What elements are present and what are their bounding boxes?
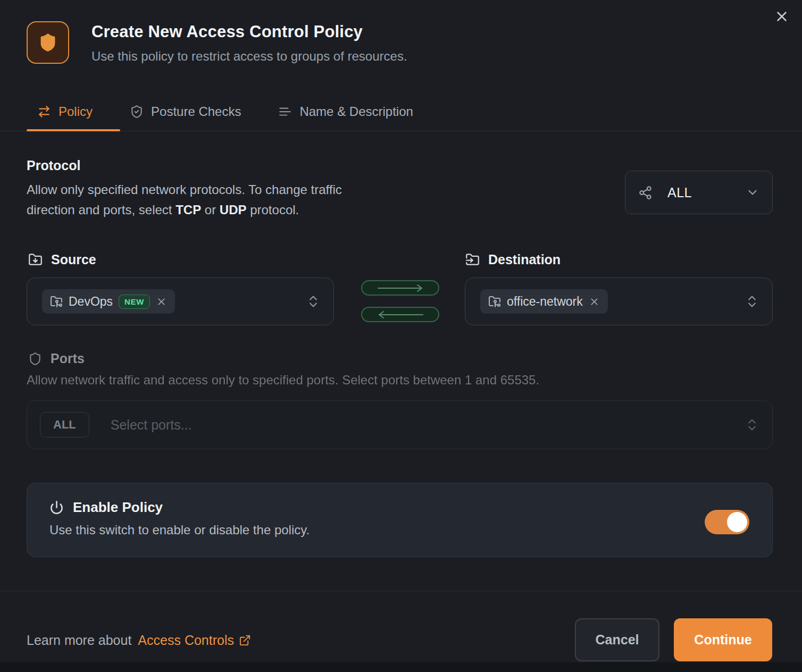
chevron-down-icon [746, 186, 759, 199]
enable-policy-card: Enable Policy Use this switch to enable … [27, 483, 773, 557]
learn-more-row: Learn more about Access Controls [27, 633, 251, 648]
folder-git-icon [50, 295, 63, 308]
destination-tag-office-network: office-network [480, 289, 608, 314]
arrow-right-left-icon [37, 105, 51, 119]
traffic-direction-right-pill[interactable] [361, 280, 439, 296]
or-text: or [201, 203, 220, 217]
ports-select: ALL Select ports... [27, 400, 773, 449]
protocol-description-line1: Allow only specified network protocols. … [27, 182, 342, 197]
protocol-heading: Protocol [27, 158, 80, 173]
folder-down-icon [28, 253, 43, 267]
toggle-knob [727, 512, 747, 532]
close-icon[interactable] [774, 9, 790, 24]
chevrons-up-down-icon [745, 294, 759, 309]
external-link-icon [239, 634, 251, 646]
page-background-strip [0, 662, 802, 672]
source-tag-label: DevOps [69, 295, 113, 309]
enable-policy-description: Use this switch to enable or disable the… [49, 523, 310, 537]
tab-posture-checks-label: Posture Checks [151, 104, 241, 119]
shield-icon [38, 32, 58, 53]
access-controls-link[interactable]: Access Controls [138, 633, 251, 648]
remove-source-tag-icon[interactable] [156, 296, 167, 307]
share-nodes-icon [638, 186, 653, 200]
modal-title: Create New Access Control Policy [91, 22, 363, 41]
protocol-dropdown[interactable]: ALL [625, 171, 773, 214]
tabs-divider [0, 131, 802, 131]
destination-select[interactable]: office-network [465, 278, 773, 325]
arrow-left-icon [375, 310, 426, 319]
chevrons-up-down-icon [745, 417, 759, 432]
learn-more-text: Learn more about [27, 633, 131, 648]
tab-name-description[interactable]: Name & Description [268, 98, 423, 125]
ports-heading: Ports [28, 351, 85, 366]
tab-bar: Policy Posture Checks Name & Description [27, 98, 424, 125]
remove-destination-tag-icon[interactable] [589, 296, 600, 307]
ports-placeholder: Select ports... [111, 417, 192, 433]
arrow-right-icon [375, 284, 426, 292]
modal-subtitle: Use this policy to restrict access to gr… [91, 49, 407, 64]
footer-divider [0, 591, 802, 591]
chevrons-up-down-icon [306, 294, 321, 309]
tcp-text: TCP [176, 203, 201, 217]
new-badge: NEW [119, 295, 150, 309]
enable-policy-toggle[interactable] [705, 510, 749, 534]
active-tab-underline [27, 129, 120, 131]
udp-text: UDP [220, 203, 247, 217]
destination-tag-label: office-network [507, 295, 583, 309]
destination-heading: Destination [465, 252, 561, 267]
policy-shield-badge [27, 21, 69, 64]
access-controls-link-label: Access Controls [138, 633, 234, 648]
folder-git-icon [488, 295, 501, 308]
shield-icon [28, 352, 42, 366]
tab-policy-label: Policy [59, 104, 93, 119]
source-heading: Source [28, 252, 96, 267]
shield-check-icon [130, 105, 144, 119]
power-icon [49, 500, 64, 515]
destination-heading-label: Destination [488, 252, 561, 267]
ports-heading-label: Ports [51, 351, 85, 366]
text-lines-icon [278, 105, 292, 119]
enable-policy-heading-label: Enable Policy [73, 499, 163, 516]
tab-name-description-label: Name & Description [299, 104, 413, 119]
folder-input-icon [465, 253, 480, 267]
enable-policy-heading: Enable Policy [49, 499, 163, 516]
source-tag-devops: DevOps NEW [42, 289, 175, 314]
source-select[interactable]: DevOps NEW [27, 278, 334, 325]
cancel-button[interactable]: Cancel [575, 618, 659, 661]
protocol-description-line2: direction and ports, select [27, 203, 176, 217]
protocol-description: Allow only specified network protocols. … [27, 180, 342, 220]
source-heading-label: Source [51, 252, 96, 267]
protocol-dropdown-value: ALL [667, 185, 692, 200]
ports-description: Allow network traffic and access only to… [27, 373, 539, 388]
create-access-control-policy-modal: Create New Access Control Policy Use thi… [0, 0, 802, 672]
ports-all-chip: ALL [40, 412, 89, 438]
continue-button[interactable]: Continue [674, 618, 772, 661]
tab-posture-checks[interactable]: Posture Checks [119, 98, 252, 125]
protocol-description-tail: protocol. [247, 203, 299, 217]
traffic-direction-left-pill[interactable] [361, 307, 439, 322]
tab-policy[interactable]: Policy [27, 98, 103, 125]
